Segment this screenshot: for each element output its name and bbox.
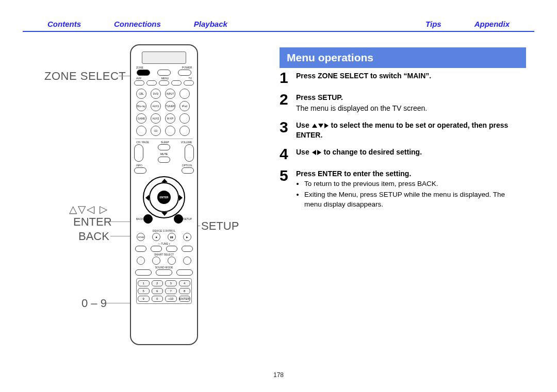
step-subtext: The menu is displayed on the TV screen. (296, 104, 427, 113)
remote-menu-label: MENU (161, 77, 169, 80)
remote-transport-button (151, 246, 162, 252)
remote-input-button (136, 126, 146, 136)
numpad-key: ENTER (179, 296, 191, 302)
remote-sound-mode-button (176, 269, 193, 276)
remote-home-button: HOME (137, 233, 145, 241)
numpad-key: 7 (165, 288, 177, 294)
remote-back-button (143, 214, 153, 224)
nav-connections[interactable]: Connections (114, 20, 161, 28)
nav-appendix[interactable]: Appendix (474, 20, 510, 28)
step-number: 3 (280, 120, 296, 140)
step-text: Press SETUP. (296, 93, 343, 101)
leader-line (106, 303, 133, 303)
step-text: Press ZONE SELECT to switch “MAIN”. (296, 72, 431, 80)
remote-input-button (179, 113, 190, 124)
remote-input-button (179, 89, 190, 99)
remote-number-pad: 1 2 3 4 5 6 7 8 9 0 +10 ENTER (136, 278, 192, 304)
dpad-left-icon (145, 195, 149, 201)
remote-mute-button (158, 157, 170, 163)
nav-playback[interactable]: Playback (194, 20, 227, 28)
remote-input-button: AUX1 (151, 101, 161, 111)
triangle-right-icon (324, 123, 329, 128)
triangle-up-icon (312, 124, 317, 128)
callout-arrows: △▽◁ ▷ (69, 203, 108, 215)
step-text: to change to desired setting. (322, 148, 422, 156)
dpad-up-icon (161, 179, 168, 182)
remote-power-label: POWER (182, 66, 192, 69)
step-text: Press ENTER to enter the setting. (296, 169, 411, 178)
remote-select-button (137, 70, 150, 76)
remote-set-button (157, 70, 171, 76)
remote-info-button (134, 167, 146, 174)
numpad-key: 3 (165, 280, 177, 286)
remote-transport-button (166, 246, 177, 252)
remote-smart-button (168, 257, 176, 265)
remote-input-button: CD (151, 126, 161, 136)
section-heading: Menu operations (280, 47, 526, 68)
step-text: Use (296, 121, 312, 129)
step-2: 2 Press SETUP. The menu is displayed on … (280, 92, 523, 113)
remote-device-control-label: DEVICE CONTROL (153, 229, 175, 232)
remote-sound-mode-button (156, 269, 172, 276)
remote-small-button (171, 80, 182, 86)
remote-info-label: INFO (136, 164, 142, 167)
callout-setup: SETUP (201, 219, 239, 233)
step-4: 4 Use to change to desired setting. (280, 146, 523, 162)
remote-display (142, 52, 186, 64)
remote-input-button: INPUT (165, 89, 175, 99)
numpad-key: 8 (179, 288, 191, 294)
nav-tips[interactable]: Tips (425, 20, 441, 28)
remote-enter-button: ENTER (157, 191, 171, 204)
step-number: 1 (280, 70, 296, 86)
callout-enter: ENTER (73, 215, 112, 229)
remote-small-button (134, 80, 144, 86)
step-3: 3 Use to select the menu to be set or op… (280, 120, 523, 140)
remote-setup-button (174, 214, 183, 224)
nav-divider (23, 31, 534, 32)
remote-zone-label: ZONE (136, 66, 143, 69)
remote-tune-label: — TUNE + (158, 242, 170, 245)
numpad-key: 2 (152, 280, 163, 286)
remote-setup-label: SETUP (183, 217, 192, 220)
remote-chpage-rocker (134, 144, 143, 162)
remote-input-button (165, 126, 175, 136)
remote-input-button: AUX2 (151, 113, 161, 124)
remote-back-label: BACK (136, 217, 143, 220)
remote-input-button: DVD (151, 89, 161, 99)
remote-tv-label: TV (189, 77, 192, 80)
remote-smart-button (137, 257, 145, 265)
remote-dpad: ENTER (143, 176, 185, 218)
remote-small-button (146, 80, 157, 86)
bullet-item: To return to the previous item, press BA… (304, 179, 523, 189)
remote-smart-button (152, 257, 160, 265)
remote-control-diagram: ZONE POWER AVR MENU TV CBL DVD INPUT Blu… (130, 44, 198, 345)
nav-contents[interactable]: Contents (47, 20, 81, 28)
numpad-key: 0 (152, 296, 163, 302)
remote-input-button: iPod (179, 101, 190, 111)
remote-avr-label: AVR (136, 77, 141, 80)
numpad-key: +10 (165, 296, 177, 302)
remote-volume-rocker (185, 144, 194, 162)
remote-smart-button (183, 257, 191, 265)
numpad-key: 5 (138, 288, 150, 294)
step-bullets: To return to the previous item, press BA… (296, 179, 523, 210)
remote-volume-label: VOLUME (181, 141, 192, 144)
callout-back: BACK (78, 230, 109, 243)
triangle-right-icon (317, 150, 321, 155)
dpad-right-icon (179, 195, 183, 201)
remote-input-button: GAME (136, 113, 146, 124)
remote-input-button: M-XP (165, 113, 175, 124)
step-text: Use (296, 148, 312, 156)
step-number: 4 (280, 146, 296, 162)
remote-transport-button: ■ (152, 233, 160, 241)
remote-transport-button (182, 246, 193, 252)
steps-list: 1 Press ZONE SELECT to switch “MAIN”. 2 … (280, 70, 523, 217)
top-nav: Contents Connections Playback Tips Appen… (47, 20, 510, 28)
triangle-down-icon (318, 124, 323, 128)
remote-chpage-label: CH / PAGE (136, 141, 149, 144)
numpad-key: 4 (179, 280, 191, 286)
remote-input-button: TUNER (165, 101, 175, 111)
remote-input-button: CBL (136, 89, 146, 99)
remote-power-button (178, 70, 191, 76)
step-number: 2 (280, 92, 296, 113)
